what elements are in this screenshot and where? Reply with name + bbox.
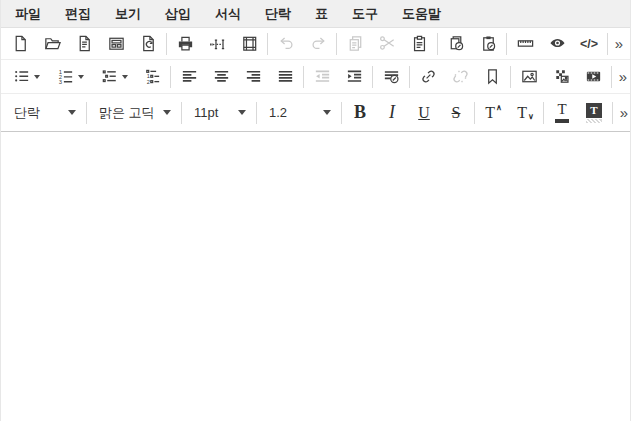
dropdown-caret-icon bbox=[78, 75, 84, 79]
unlink-button[interactable] bbox=[444, 63, 476, 91]
menu-help[interactable]: 도움말 bbox=[390, 0, 453, 27]
chevron-down-icon bbox=[163, 110, 171, 115]
toolbar2-overflow-button[interactable]: » bbox=[614, 63, 631, 91]
menu-view[interactable]: 보기 bbox=[103, 0, 153, 27]
unlink-icon bbox=[451, 67, 470, 86]
undo-button[interactable] bbox=[270, 30, 302, 58]
menu-file[interactable]: 파일 bbox=[3, 0, 53, 27]
print-icon bbox=[176, 34, 195, 53]
separator bbox=[372, 66, 373, 88]
outline-numbered-list-button[interactable]: 1 2 bbox=[136, 63, 168, 91]
subscript-icon: T bbox=[517, 104, 527, 122]
strikethrough-button[interactable]: S bbox=[440, 99, 472, 127]
separator bbox=[506, 33, 507, 55]
menu-format[interactable]: 서식 bbox=[203, 0, 253, 27]
open-file-button[interactable] bbox=[36, 30, 68, 58]
separator bbox=[166, 33, 167, 55]
print-button[interactable] bbox=[169, 30, 201, 58]
page-break-icon bbox=[208, 34, 227, 53]
menu-edit[interactable]: 편집 bbox=[53, 0, 103, 27]
menubar: 파일 편집 보기 삽입 서식 단락 표 도구 도움말 bbox=[1, 0, 630, 28]
clipboard-edit-icon bbox=[479, 34, 498, 53]
multilevel-list-icon bbox=[100, 67, 119, 86]
font-family-dropdown[interactable]: 맑은 고딕 bbox=[89, 99, 179, 127]
redo-icon bbox=[309, 34, 328, 53]
chevron-down-icon bbox=[323, 110, 331, 115]
align-center-button[interactable] bbox=[205, 63, 237, 91]
line-height-value: 1.2 bbox=[269, 105, 287, 120]
paragraph-style-value: 단락 bbox=[14, 104, 40, 122]
image-editor-button[interactable] bbox=[545, 63, 577, 91]
separator bbox=[170, 66, 171, 88]
source-code-button[interactable]: </> bbox=[573, 30, 605, 58]
superscript-button[interactable]: T∧ bbox=[477, 99, 509, 127]
bookmark-icon bbox=[483, 67, 502, 86]
indent-button[interactable] bbox=[338, 63, 370, 91]
menu-table[interactable]: 표 bbox=[303, 0, 340, 27]
template-button[interactable] bbox=[100, 30, 132, 58]
separator bbox=[303, 66, 304, 88]
paragraph-style-dropdown[interactable]: 단락 bbox=[4, 99, 84, 127]
bullet-list-button[interactable] bbox=[4, 63, 48, 91]
font-size-dropdown[interactable]: 11pt bbox=[184, 99, 254, 127]
separator bbox=[612, 102, 613, 124]
background-color-button[interactable]: T bbox=[578, 99, 610, 127]
justify-icon bbox=[276, 67, 295, 86]
paste-icon bbox=[410, 34, 429, 53]
document-text-button[interactable] bbox=[68, 30, 100, 58]
cut-button[interactable] bbox=[371, 30, 403, 58]
indent-icon bbox=[345, 67, 364, 86]
menu-paragraph[interactable]: 단락 bbox=[253, 0, 303, 27]
numbered-list-button[interactable]: 1 2 3 bbox=[48, 63, 92, 91]
background-color-icon: T bbox=[586, 103, 602, 123]
italic-button[interactable]: I bbox=[376, 99, 408, 127]
image-button[interactable] bbox=[513, 63, 545, 91]
underline-button[interactable]: U bbox=[408, 99, 440, 127]
paste-button[interactable] bbox=[403, 30, 435, 58]
new-document-icon bbox=[11, 34, 30, 53]
outline-numbered-list-icon: 1 2 bbox=[143, 67, 162, 86]
bold-button[interactable]: B bbox=[344, 99, 376, 127]
page-break-button[interactable] bbox=[201, 30, 233, 58]
redo-button[interactable] bbox=[302, 30, 334, 58]
toolbar3-overflow-button[interactable]: » bbox=[615, 99, 631, 127]
doc-edit-button[interactable] bbox=[440, 30, 472, 58]
link-button[interactable] bbox=[412, 63, 444, 91]
svg-text:2: 2 bbox=[146, 79, 149, 85]
ruler-button[interactable] bbox=[509, 30, 541, 58]
toolbar-format: 단락 맑은 고딕 11pt 1.2 B I U S T∧ T∨ T T bbox=[1, 94, 630, 132]
editor-content-area[interactable] bbox=[1, 132, 630, 421]
copy-button[interactable] bbox=[339, 30, 371, 58]
align-right-button[interactable] bbox=[237, 63, 269, 91]
restore-draft-button[interactable] bbox=[132, 30, 164, 58]
media-button[interactable] bbox=[577, 63, 609, 91]
menu-insert[interactable]: 삽입 bbox=[153, 0, 203, 27]
toolbar-insert: 1 2 3 1 2 bbox=[1, 60, 630, 94]
paragraph-properties-button[interactable] bbox=[375, 63, 407, 91]
superscript-icon: T bbox=[485, 104, 495, 122]
media-icon bbox=[584, 67, 603, 86]
clipboard-edit-button[interactable] bbox=[472, 30, 504, 58]
svg-text:3: 3 bbox=[59, 79, 63, 85]
multilevel-list-button[interactable] bbox=[92, 63, 136, 91]
menu-tools[interactable]: 도구 bbox=[340, 0, 390, 27]
outdent-icon bbox=[313, 67, 332, 86]
toolbar1-overflow-button[interactable]: » bbox=[610, 30, 628, 58]
bookmark-button[interactable] bbox=[476, 63, 508, 91]
line-height-dropdown[interactable]: 1.2 bbox=[259, 99, 339, 127]
restore-draft-icon bbox=[139, 34, 158, 53]
separator bbox=[181, 102, 182, 124]
chevron-down-icon bbox=[68, 110, 76, 115]
outdent-button[interactable] bbox=[306, 63, 338, 91]
image-editor-icon bbox=[552, 67, 571, 86]
new-document-button[interactable] bbox=[4, 30, 36, 58]
text-color-button[interactable]: T bbox=[546, 99, 578, 127]
dropdown-caret-icon bbox=[34, 75, 40, 79]
paragraph-properties-icon bbox=[382, 67, 401, 86]
align-left-button[interactable] bbox=[173, 63, 205, 91]
justify-button[interactable] bbox=[269, 63, 301, 91]
preview-button[interactable] bbox=[541, 30, 573, 58]
separator bbox=[409, 66, 410, 88]
page-margins-button[interactable] bbox=[233, 30, 265, 58]
subscript-button[interactable]: T∨ bbox=[509, 99, 541, 127]
